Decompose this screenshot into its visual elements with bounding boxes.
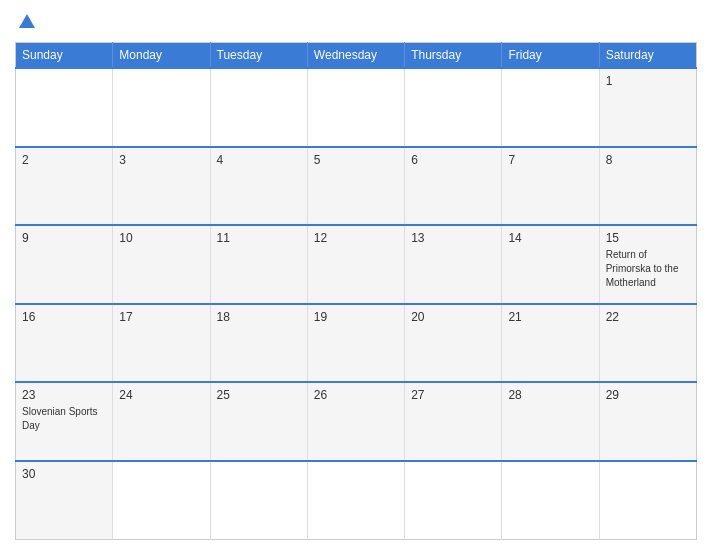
logo-triangle-icon <box>19 14 35 28</box>
calendar-cell <box>599 461 696 540</box>
day-number: 12 <box>314 231 398 245</box>
calendar-cell: 17 <box>113 304 210 383</box>
calendar-cell: 28 <box>502 382 599 461</box>
day-number: 15 <box>606 231 690 245</box>
day-number: 21 <box>508 310 592 324</box>
day-number: 2 <box>22 153 106 167</box>
day-number: 30 <box>22 467 106 481</box>
calendar-cell: 19 <box>307 304 404 383</box>
calendar-cell: 24 <box>113 382 210 461</box>
weekday-header-monday: Monday <box>113 43 210 69</box>
day-number: 24 <box>119 388 203 402</box>
calendar-cell: 2 <box>16 147 113 226</box>
calendar-week-row: 2345678 <box>16 147 697 226</box>
calendar: SundayMondayTuesdayWednesdayThursdayFrid… <box>15 42 697 540</box>
day-number: 5 <box>314 153 398 167</box>
calendar-cell <box>210 68 307 147</box>
calendar-cell: 10 <box>113 225 210 304</box>
calendar-cell: 8 <box>599 147 696 226</box>
event-text: Slovenian Sports Day <box>22 406 98 431</box>
weekday-header-saturday: Saturday <box>599 43 696 69</box>
calendar-cell: 3 <box>113 147 210 226</box>
calendar-cell: 4 <box>210 147 307 226</box>
day-number: 27 <box>411 388 495 402</box>
day-number: 22 <box>606 310 690 324</box>
calendar-cell: 15Return of Primorska to the Motherland <box>599 225 696 304</box>
day-number: 29 <box>606 388 690 402</box>
logo <box>15 14 37 30</box>
calendar-cell <box>502 68 599 147</box>
day-number: 11 <box>217 231 301 245</box>
day-number: 23 <box>22 388 106 402</box>
day-number: 20 <box>411 310 495 324</box>
day-number: 6 <box>411 153 495 167</box>
calendar-cell: 7 <box>502 147 599 226</box>
day-number: 14 <box>508 231 592 245</box>
calendar-cell <box>113 461 210 540</box>
calendar-cell: 22 <box>599 304 696 383</box>
calendar-cell: 5 <box>307 147 404 226</box>
day-number: 4 <box>217 153 301 167</box>
day-number: 8 <box>606 153 690 167</box>
calendar-cell: 23Slovenian Sports Day <box>16 382 113 461</box>
day-number: 7 <box>508 153 592 167</box>
calendar-cell <box>210 461 307 540</box>
day-number: 26 <box>314 388 398 402</box>
calendar-cell: 13 <box>405 225 502 304</box>
calendar-cell <box>16 68 113 147</box>
calendar-cell: 25 <box>210 382 307 461</box>
calendar-week-row: 9101112131415Return of Primorska to the … <box>16 225 697 304</box>
day-number: 28 <box>508 388 592 402</box>
calendar-cell: 1 <box>599 68 696 147</box>
calendar-cell: 11 <box>210 225 307 304</box>
event-text: Return of Primorska to the Motherland <box>606 249 679 288</box>
weekday-header-sunday: Sunday <box>16 43 113 69</box>
calendar-week-row: 30 <box>16 461 697 540</box>
calendar-cell <box>405 461 502 540</box>
calendar-week-row: 23Slovenian Sports Day242526272829 <box>16 382 697 461</box>
calendar-week-row: 16171819202122 <box>16 304 697 383</box>
calendar-cell: 20 <box>405 304 502 383</box>
day-number: 19 <box>314 310 398 324</box>
day-number: 10 <box>119 231 203 245</box>
day-number: 1 <box>606 74 690 88</box>
calendar-cell: 16 <box>16 304 113 383</box>
calendar-cell <box>113 68 210 147</box>
day-number: 16 <box>22 310 106 324</box>
weekday-header-row: SundayMondayTuesdayWednesdayThursdayFrid… <box>16 43 697 69</box>
calendar-cell: 9 <box>16 225 113 304</box>
day-number: 18 <box>217 310 301 324</box>
calendar-cell: 18 <box>210 304 307 383</box>
weekday-header-friday: Friday <box>502 43 599 69</box>
calendar-week-row: 1 <box>16 68 697 147</box>
calendar-cell <box>502 461 599 540</box>
day-number: 3 <box>119 153 203 167</box>
calendar-cell: 29 <box>599 382 696 461</box>
calendar-cell: 12 <box>307 225 404 304</box>
day-number: 17 <box>119 310 203 324</box>
calendar-cell: 26 <box>307 382 404 461</box>
calendar-cell <box>307 68 404 147</box>
calendar-cell: 27 <box>405 382 502 461</box>
day-number: 13 <box>411 231 495 245</box>
calendar-cell: 6 <box>405 147 502 226</box>
day-number: 9 <box>22 231 106 245</box>
header <box>15 10 697 34</box>
calendar-cell: 30 <box>16 461 113 540</box>
calendar-cell <box>307 461 404 540</box>
calendar-cell <box>405 68 502 147</box>
weekday-header-tuesday: Tuesday <box>210 43 307 69</box>
calendar-cell: 21 <box>502 304 599 383</box>
calendar-cell: 14 <box>502 225 599 304</box>
day-number: 25 <box>217 388 301 402</box>
weekday-header-wednesday: Wednesday <box>307 43 404 69</box>
weekday-header-thursday: Thursday <box>405 43 502 69</box>
